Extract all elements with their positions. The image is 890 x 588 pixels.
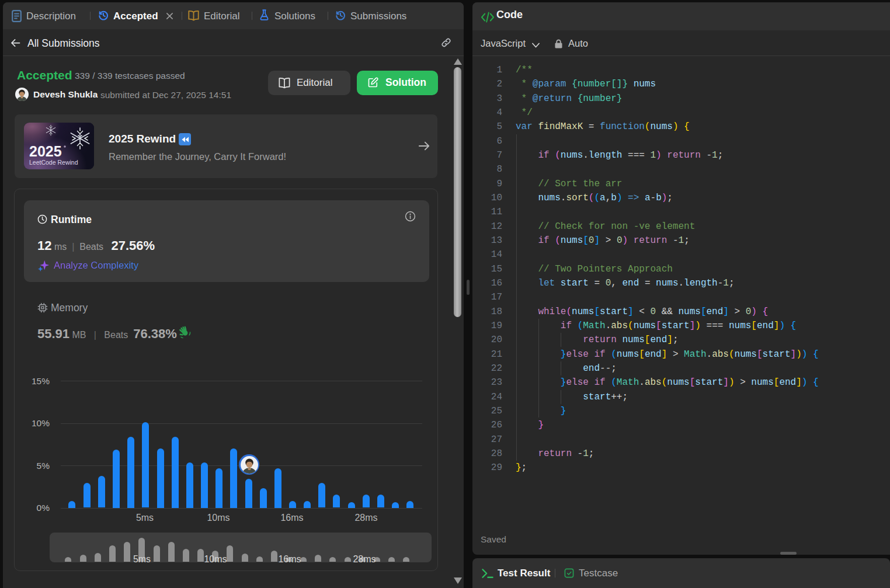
svg-text:2025: 2025 <box>29 143 62 159</box>
svg-text:LeetCode Rewind: LeetCode Rewind <box>29 159 78 166</box>
